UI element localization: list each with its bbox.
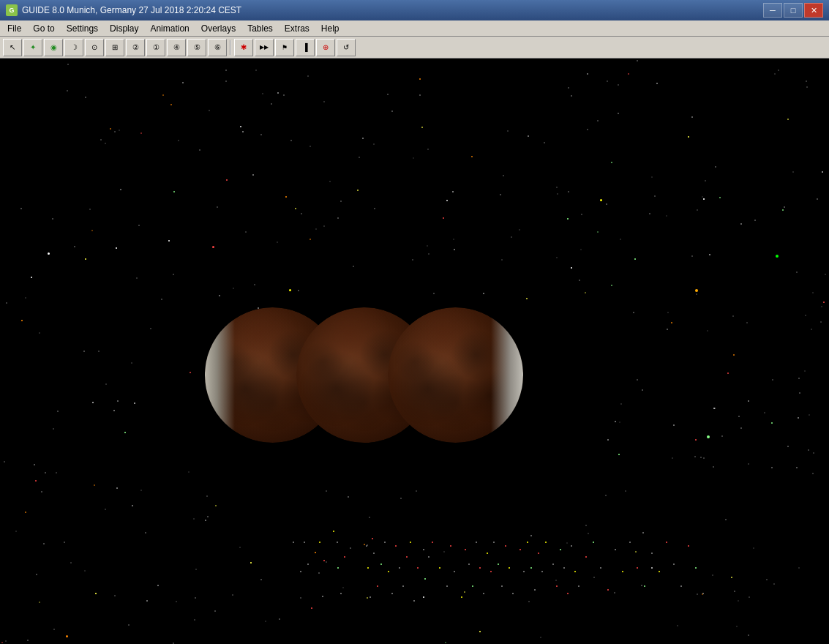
star <box>651 176 653 178</box>
star <box>771 422 773 424</box>
star <box>319 542 320 543</box>
star <box>798 417 799 419</box>
star <box>787 446 789 447</box>
close-button[interactable]: ✕ <box>804 3 823 18</box>
star <box>391 111 393 112</box>
toolbar-bar[interactable]: ▐ <box>296 39 315 56</box>
star <box>523 571 525 572</box>
moon-phase-group <box>205 307 523 443</box>
star <box>262 93 263 94</box>
toolbar-undo[interactable]: ↺ <box>337 39 356 56</box>
star <box>587 73 588 75</box>
menu-animation[interactable]: Animation <box>144 20 195 36</box>
star <box>709 254 710 255</box>
star <box>318 572 320 574</box>
toolbar-clock[interactable]: ⊙ <box>85 39 104 56</box>
star <box>691 255 693 257</box>
toolbar-flag[interactable]: ⚑ <box>275 39 294 56</box>
toolbar-one[interactable]: ① <box>146 39 165 56</box>
star <box>416 490 417 492</box>
star <box>252 174 254 176</box>
star <box>600 199 602 201</box>
star <box>369 517 370 518</box>
star <box>283 94 285 96</box>
star <box>136 277 138 279</box>
toolbar-compass[interactable]: ✱ <box>234 39 253 56</box>
star <box>337 542 338 543</box>
star <box>25 512 26 513</box>
toolbar-grid[interactable]: ⊞ <box>105 39 124 56</box>
star <box>811 329 812 330</box>
star <box>367 567 369 569</box>
star <box>402 585 404 587</box>
star <box>530 535 532 536</box>
sky-canvas[interactable] <box>0 59 829 644</box>
menu-settings[interactable]: Settings <box>61 20 104 36</box>
star <box>493 542 495 543</box>
menu-file[interactable]: File <box>1 20 27 36</box>
star <box>225 80 227 82</box>
toolbar-hand[interactable]: ✦ <box>23 39 42 56</box>
star <box>446 585 448 587</box>
star <box>157 585 159 586</box>
star <box>36 574 37 575</box>
star <box>307 75 309 77</box>
star <box>656 83 658 84</box>
star <box>85 97 86 98</box>
star <box>713 466 714 468</box>
star <box>526 298 528 299</box>
toolbar-five[interactable]: ⑤ <box>187 39 206 56</box>
star <box>821 306 822 307</box>
star <box>307 564 309 565</box>
toolbar-target[interactable]: ⊕ <box>316 39 335 56</box>
toolbar-forward[interactable]: ▶▶ <box>255 39 274 56</box>
toolbar-six[interactable]: ⑥ <box>208 39 227 56</box>
star <box>195 569 197 570</box>
toolbar-circle[interactable]: ◉ <box>44 39 63 56</box>
window-controls: ─ □ ✕ <box>763 3 823 18</box>
star <box>380 564 382 565</box>
window-title: GUIDE 8.0 Munich, Germany 27 Jul 2018 2:… <box>22 5 241 15</box>
star <box>406 556 408 558</box>
toolbar-four[interactable]: ④ <box>167 39 186 56</box>
star <box>740 223 742 225</box>
star <box>66 635 68 637</box>
star <box>388 571 389 572</box>
toolbar-halfmoon[interactable]: ☽ <box>64 39 83 56</box>
menu-goto[interactable]: Go to <box>27 20 60 36</box>
star <box>322 596 323 597</box>
star <box>173 274 174 275</box>
menu-help[interactable]: Help <box>315 20 345 36</box>
toolbar-cursor[interactable]: ↖ <box>3 39 22 56</box>
star <box>587 129 588 130</box>
star <box>483 593 484 594</box>
star <box>813 452 814 454</box>
star <box>727 372 729 374</box>
star <box>45 472 46 473</box>
menu-overlays[interactable]: Overlays <box>195 20 241 36</box>
star <box>556 187 558 188</box>
toolbar-two[interactable]: ② <box>126 39 145 56</box>
star <box>667 329 668 330</box>
menu-extras[interactable]: Extras <box>279 20 315 36</box>
star <box>695 289 698 292</box>
maximize-button[interactable]: □ <box>784 3 803 18</box>
star <box>740 427 742 429</box>
star <box>625 490 626 492</box>
minimize-button[interactable]: ─ <box>763 3 782 18</box>
menu-display[interactable]: Display <box>104 20 144 36</box>
title-bar: G GUIDE 8.0 Munich, Germany 27 Jul 2018 … <box>0 0 829 20</box>
star <box>695 439 697 441</box>
star <box>695 567 697 569</box>
star <box>568 191 569 192</box>
star <box>822 171 823 173</box>
star <box>501 259 503 261</box>
menu-tables[interactable]: Tables <box>241 20 279 36</box>
star <box>453 239 454 240</box>
star <box>98 351 100 352</box>
star <box>337 217 339 219</box>
toolbar-separator <box>230 40 231 55</box>
star <box>117 400 119 402</box>
star <box>798 378 800 379</box>
star <box>733 354 735 356</box>
